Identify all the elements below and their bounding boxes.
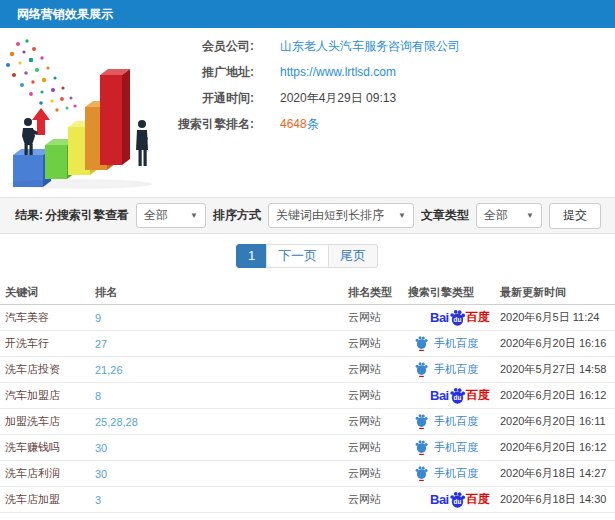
keyword-cell: 洗车店加盟	[5, 492, 95, 507]
sort-filter-label: 排序方式	[213, 207, 261, 224]
col-header-engine-type: 搜索引擎类型	[408, 285, 500, 300]
keyword-cell: 洗车赚钱吗	[5, 440, 95, 455]
keyword-cell: 洗车店投资	[5, 362, 95, 377]
engine-cell: Bai du 百度	[408, 309, 500, 326]
next-page-button[interactable]: 下一页	[266, 244, 329, 268]
rank-type-cell: 云网站	[348, 492, 408, 507]
company-label: 会员公司:	[168, 38, 254, 55]
filter-bar: 结果: 分搜索引擎查看 全部 ▼ 排序方式 关键词由短到长排序 ▼ 文章类型 全…	[0, 197, 615, 234]
svg-text:du: du	[453, 394, 461, 401]
sort-filter-value: 关键词由短到长排序	[276, 207, 384, 224]
baidu-logo: Bai du 百度	[430, 491, 490, 508]
chevron-down-icon: ▼	[526, 211, 534, 220]
table-row: 洗车店加盟 3 云网站 Bai du 百度 2020年6月18日 14:30	[0, 487, 615, 513]
mobile-baidu-logo: 手机百度	[414, 414, 478, 429]
rank-type-cell: 云网站	[348, 414, 408, 429]
rank-cell[interactable]: 8	[95, 390, 348, 402]
engine-cell: 手机百度	[408, 362, 500, 377]
rank-type-cell: 云网站	[348, 388, 408, 403]
rank-type-cell: 云网站	[348, 466, 408, 481]
baidu-paw-icon: du	[449, 491, 466, 508]
company-link[interactable]: 山东老人头汽车服务咨询有限公司	[280, 38, 460, 55]
rank-cell[interactable]: 30	[95, 468, 348, 480]
engine-cell: 手机百度	[408, 336, 500, 351]
page-1-button[interactable]: 1	[236, 244, 267, 268]
engine-filter-select[interactable]: 全部 ▼	[136, 203, 206, 228]
col-header-rank-type: 排名类型	[348, 285, 408, 300]
col-header-keyword: 关键词	[5, 285, 95, 300]
article-type-select[interactable]: 全部 ▼	[476, 203, 542, 228]
baidu-logo: Bai du 百度	[430, 309, 490, 326]
svg-text:du: du	[453, 316, 461, 323]
rank-count-value: 4648条	[280, 116, 319, 133]
baidu-paw-icon	[414, 414, 429, 429]
info-row-url: 推广地址: https://www.lrtlsd.com	[168, 64, 460, 80]
engine-cell: Bai du 百度	[408, 387, 500, 404]
businessman-right	[136, 120, 148, 166]
baidu-paw-icon	[414, 440, 429, 455]
open-time-value: 2020年4月29日 09:13	[280, 90, 396, 107]
article-type-label: 文章类型	[421, 207, 469, 224]
keyword-cell: 汽车美容	[5, 310, 95, 325]
rank-count-suffix: 条	[307, 117, 319, 131]
table-row: 开洗车行 27 云网站 手机百度 2020年6月20日 16:16	[0, 331, 615, 357]
result-label: 结果:	[15, 207, 43, 224]
baidu-logo-bai: Bai	[430, 388, 449, 403]
keyword-rank-table: 关键词 排名 排名类型 搜索引擎类型 最新更新时间 汽车美容 9 云网站 Bai…	[0, 281, 615, 513]
bar-red	[100, 69, 130, 165]
bar-chart-illustration	[0, 32, 185, 192]
rank-type-cell: 云网站	[348, 310, 408, 325]
table-row: 加盟洗车店 25,28,28 云网站 手机百度 2020年6月20日 16:11	[0, 409, 615, 435]
rank-cell[interactable]: 9	[95, 312, 348, 324]
updated-cell: 2020年6月20日 16:12	[500, 440, 615, 455]
rank-type-cell: 云网站	[348, 336, 408, 351]
rank-cell[interactable]: 27	[95, 338, 348, 350]
engine-cell: 手机百度	[408, 440, 500, 455]
chevron-down-icon: ▼	[190, 211, 198, 220]
submit-button[interactable]: 提交	[549, 203, 601, 229]
keyword-cell: 汽车加盟店	[5, 388, 95, 403]
open-time-label: 开通时间:	[168, 90, 254, 107]
mobile-baidu-logo: 手机百度	[414, 466, 478, 481]
updated-cell: 2020年6月5日 11:24	[500, 310, 615, 325]
table-row: 洗车店利润 30 云网站 手机百度 2020年6月18日 14:27	[0, 461, 615, 487]
rank-cell[interactable]: 3	[95, 494, 348, 506]
baidu-logo-cn: 百度	[466, 309, 490, 326]
engine-filter-label: 分搜索引擎查看	[45, 207, 129, 224]
mobile-baidu-logo: 手机百度	[414, 362, 478, 377]
mobile-baidu-logo: 手机百度	[414, 440, 478, 455]
baidu-paw-icon	[414, 466, 429, 481]
last-page-button[interactable]: 尾页	[328, 244, 378, 268]
svg-text:du: du	[453, 498, 461, 505]
engine-cell: Bai du 百度	[408, 491, 500, 508]
table-row: 洗车赚钱吗 30 云网站 手机百度 2020年6月20日 16:12	[0, 435, 615, 461]
promo-url-link[interactable]: https://www.lrtlsd.com	[280, 65, 396, 79]
mobile-baidu-label: 手机百度	[434, 440, 478, 455]
table-header-row: 关键词 排名 排名类型 搜索引擎类型 最新更新时间	[0, 281, 615, 305]
rank-cell[interactable]: 25,28,28	[95, 416, 348, 428]
rank-cell[interactable]: 30	[95, 442, 348, 454]
rank-type-cell: 云网站	[348, 362, 408, 377]
table-row: 汽车美容 9 云网站 Bai du 百度 2020年6月5日 11:24	[0, 305, 615, 331]
mobile-baidu-label: 手机百度	[434, 466, 478, 481]
filter-controls: 分搜索引擎查看 全部 ▼ 排序方式 关键词由短到长排序 ▼ 文章类型 全部 ▼ …	[45, 203, 601, 229]
table-row: 汽车加盟店 8 云网站 Bai du 百度 2020年6月20日 16:12	[0, 383, 615, 409]
rank-cell[interactable]: 21,26	[95, 364, 348, 376]
page-title: 网络营销效果展示	[0, 0, 615, 28]
rank-type-cell: 云网站	[348, 440, 408, 455]
baidu-logo-cn: 百度	[466, 491, 490, 508]
sort-filter-select[interactable]: 关键词由短到长排序 ▼	[268, 203, 414, 228]
promo-url-label: 推广地址:	[168, 64, 254, 81]
mobile-baidu-label: 手机百度	[434, 362, 478, 377]
engine-cell: 手机百度	[408, 414, 500, 429]
baidu-paw-icon	[414, 362, 429, 377]
baidu-paw-icon	[414, 336, 429, 351]
updated-cell: 2020年6月20日 16:11	[500, 414, 615, 429]
keyword-cell: 加盟洗车店	[5, 414, 95, 429]
growth-chart-graphic	[0, 32, 185, 192]
baidu-paw-icon: du	[449, 387, 466, 404]
updated-cell: 2020年6月18日 14:30	[500, 492, 615, 507]
info-row-company: 会员公司: 山东老人头汽车服务咨询有限公司	[168, 38, 460, 54]
updated-cell: 2020年6月20日 16:16	[500, 336, 615, 351]
confetti-dots	[6, 39, 77, 111]
